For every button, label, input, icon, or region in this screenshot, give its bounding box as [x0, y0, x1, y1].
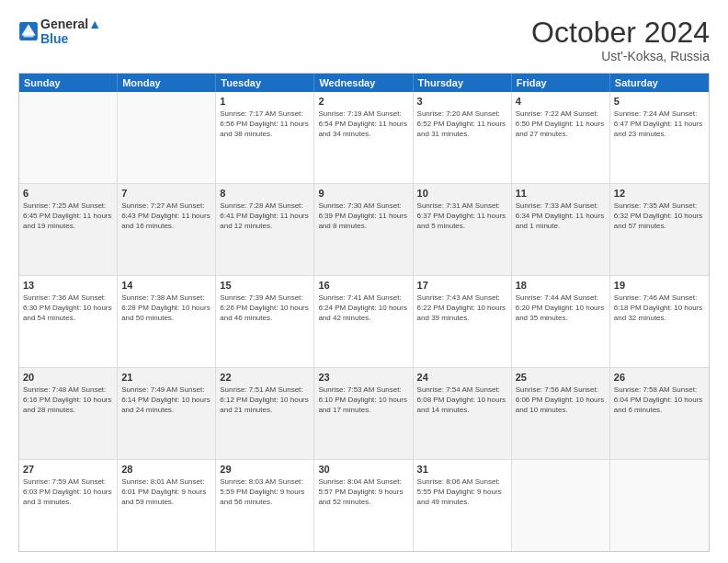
day-info: Sunrise: 7:41 AM Sunset: 6:24 PM Dayligh… [318, 293, 408, 323]
day-cell-2: 2Sunrise: 7:19 AM Sunset: 6:54 PM Daylig… [314, 92, 413, 183]
day-cell-17: 17Sunrise: 7:43 AM Sunset: 6:22 PM Dayli… [414, 276, 512, 367]
calendar-body: 1Sunrise: 7:17 AM Sunset: 6:56 PM Daylig… [19, 92, 709, 551]
day-number: 31 [417, 463, 507, 477]
day-info: Sunrise: 7:53 AM Sunset: 6:10 PM Dayligh… [318, 385, 408, 415]
day-info: Sunrise: 7:48 AM Sunset: 6:16 PM Dayligh… [23, 385, 113, 415]
empty-cell [118, 92, 216, 183]
day-cell-1: 1Sunrise: 7:17 AM Sunset: 6:56 PM Daylig… [216, 92, 314, 183]
day-cell-14: 14Sunrise: 7:38 AM Sunset: 6:28 PM Dayli… [118, 276, 216, 367]
day-cell-19: 19Sunrise: 7:46 AM Sunset: 6:18 PM Dayli… [610, 276, 709, 367]
header-friday: Friday [512, 74, 610, 92]
title-block: October 2024 Ust'-Koksa, Russia [531, 17, 710, 63]
day-cell-12: 12Sunrise: 7:35 AM Sunset: 6:32 PM Dayli… [610, 184, 709, 275]
calendar-row-2: 6Sunrise: 7:25 AM Sunset: 6:45 PM Daylig… [19, 183, 709, 275]
day-number: 9 [318, 187, 408, 201]
day-number: 10 [417, 187, 507, 201]
day-cell-13: 13Sunrise: 7:36 AM Sunset: 6:30 PM Dayli… [19, 276, 118, 367]
day-cell-30: 30Sunrise: 8:04 AM Sunset: 5:57 PM Dayli… [314, 460, 413, 551]
day-info: Sunrise: 7:19 AM Sunset: 6:54 PM Dayligh… [318, 109, 408, 139]
day-cell-10: 10Sunrise: 7:31 AM Sunset: 6:37 PM Dayli… [414, 184, 512, 275]
day-cell-15: 15Sunrise: 7:39 AM Sunset: 6:26 PM Dayli… [216, 276, 314, 367]
day-cell-31: 31Sunrise: 8:06 AM Sunset: 5:55 PM Dayli… [414, 460, 512, 551]
day-info: Sunrise: 7:49 AM Sunset: 6:14 PM Dayligh… [121, 385, 211, 415]
day-number: 23 [318, 371, 408, 385]
day-number: 24 [417, 371, 507, 385]
day-number: 2 [318, 95, 408, 109]
day-info: Sunrise: 7:36 AM Sunset: 6:30 PM Dayligh… [23, 293, 113, 323]
day-info: Sunrise: 7:59 AM Sunset: 6:03 PM Dayligh… [23, 477, 113, 507]
day-number: 30 [318, 463, 408, 477]
day-cell-5: 5Sunrise: 7:24 AM Sunset: 6:47 PM Daylig… [610, 92, 709, 183]
day-number: 4 [516, 95, 606, 109]
day-info: Sunrise: 7:56 AM Sunset: 6:06 PM Dayligh… [516, 385, 606, 415]
day-cell-20: 20Sunrise: 7:48 AM Sunset: 6:16 PM Dayli… [19, 368, 118, 459]
day-cell-6: 6Sunrise: 7:25 AM Sunset: 6:45 PM Daylig… [19, 184, 118, 275]
calendar-header: Sunday Monday Tuesday Wednesday Thursday… [19, 74, 709, 92]
day-number: 14 [121, 279, 211, 293]
day-cell-16: 16Sunrise: 7:41 AM Sunset: 6:24 PM Dayli… [314, 276, 413, 367]
day-cell-8: 8Sunrise: 7:28 AM Sunset: 6:41 PM Daylig… [216, 184, 314, 275]
day-info: Sunrise: 7:46 AM Sunset: 6:18 PM Dayligh… [614, 293, 705, 323]
day-number: 13 [23, 279, 113, 293]
day-number: 28 [121, 463, 211, 477]
day-number: 25 [516, 371, 606, 385]
day-cell-27: 27Sunrise: 7:59 AM Sunset: 6:03 PM Dayli… [19, 460, 118, 551]
header-sunday: Sunday [19, 74, 118, 92]
day-cell-18: 18Sunrise: 7:44 AM Sunset: 6:20 PM Dayli… [512, 276, 610, 367]
day-info: Sunrise: 7:24 AM Sunset: 6:47 PM Dayligh… [614, 109, 705, 139]
day-info: Sunrise: 7:30 AM Sunset: 6:39 PM Dayligh… [318, 201, 408, 231]
day-cell-3: 3Sunrise: 7:20 AM Sunset: 6:52 PM Daylig… [414, 92, 512, 183]
day-number: 18 [516, 279, 606, 293]
header-wednesday: Wednesday [314, 74, 413, 92]
day-number: 1 [220, 95, 310, 109]
day-info: Sunrise: 7:58 AM Sunset: 6:04 PM Dayligh… [614, 385, 705, 415]
day-number: 8 [220, 187, 310, 201]
calendar-row-5: 27Sunrise: 7:59 AM Sunset: 6:03 PM Dayli… [19, 459, 709, 551]
day-info: Sunrise: 7:25 AM Sunset: 6:45 PM Dayligh… [23, 201, 113, 231]
day-cell-28: 28Sunrise: 8:01 AM Sunset: 6:01 PM Dayli… [118, 460, 216, 551]
header-saturday: Saturday [610, 74, 709, 92]
logo: General▲ Blue [18, 17, 101, 46]
day-number: 26 [614, 371, 705, 385]
empty-cell [610, 460, 709, 551]
day-number: 21 [121, 371, 211, 385]
calendar-row-4: 20Sunrise: 7:48 AM Sunset: 6:16 PM Dayli… [19, 367, 709, 459]
day-info: Sunrise: 8:01 AM Sunset: 6:01 PM Dayligh… [121, 477, 211, 507]
day-info: Sunrise: 7:17 AM Sunset: 6:56 PM Dayligh… [220, 109, 310, 139]
day-cell-9: 9Sunrise: 7:30 AM Sunset: 6:39 PM Daylig… [314, 184, 413, 275]
day-info: Sunrise: 8:04 AM Sunset: 5:57 PM Dayligh… [318, 477, 408, 507]
day-info: Sunrise: 7:33 AM Sunset: 6:34 PM Dayligh… [516, 201, 606, 231]
header-tuesday: Tuesday [216, 74, 314, 92]
calendar-row-3: 13Sunrise: 7:36 AM Sunset: 6:30 PM Dayli… [19, 275, 709, 367]
day-number: 17 [417, 279, 507, 293]
day-number: 12 [614, 187, 705, 201]
day-number: 6 [23, 187, 113, 201]
day-info: Sunrise: 8:06 AM Sunset: 5:55 PM Dayligh… [417, 477, 507, 507]
calendar: Sunday Monday Tuesday Wednesday Thursday… [18, 73, 710, 552]
day-info: Sunrise: 7:51 AM Sunset: 6:12 PM Dayligh… [220, 385, 310, 415]
day-info: Sunrise: 7:35 AM Sunset: 6:32 PM Dayligh… [614, 201, 705, 231]
month-title: October 2024 [531, 17, 710, 49]
day-cell-4: 4Sunrise: 7:22 AM Sunset: 6:50 PM Daylig… [512, 92, 610, 183]
day-number: 27 [23, 463, 113, 477]
day-number: 29 [220, 463, 310, 477]
day-cell-21: 21Sunrise: 7:49 AM Sunset: 6:14 PM Dayli… [118, 368, 216, 459]
day-number: 19 [614, 279, 705, 293]
day-cell-11: 11Sunrise: 7:33 AM Sunset: 6:34 PM Dayli… [512, 184, 610, 275]
day-info: Sunrise: 8:03 AM Sunset: 5:59 PM Dayligh… [220, 477, 310, 507]
day-cell-23: 23Sunrise: 7:53 AM Sunset: 6:10 PM Dayli… [314, 368, 413, 459]
day-number: 16 [318, 279, 408, 293]
day-info: Sunrise: 7:20 AM Sunset: 6:52 PM Dayligh… [417, 109, 507, 139]
day-number: 5 [614, 95, 705, 109]
empty-cell [512, 460, 610, 551]
header-monday: Monday [118, 74, 216, 92]
day-number: 7 [121, 187, 211, 201]
logo-text: General▲ Blue [40, 17, 101, 46]
day-info: Sunrise: 7:44 AM Sunset: 6:20 PM Dayligh… [516, 293, 606, 323]
page-header: General▲ Blue October 2024 Ust'-Koksa, R… [18, 17, 710, 63]
logo-icon [18, 21, 39, 41]
day-cell-7: 7Sunrise: 7:27 AM Sunset: 6:43 PM Daylig… [118, 184, 216, 275]
day-cell-22: 22Sunrise: 7:51 AM Sunset: 6:12 PM Dayli… [216, 368, 314, 459]
day-number: 22 [220, 371, 310, 385]
day-info: Sunrise: 7:27 AM Sunset: 6:43 PM Dayligh… [121, 201, 211, 231]
